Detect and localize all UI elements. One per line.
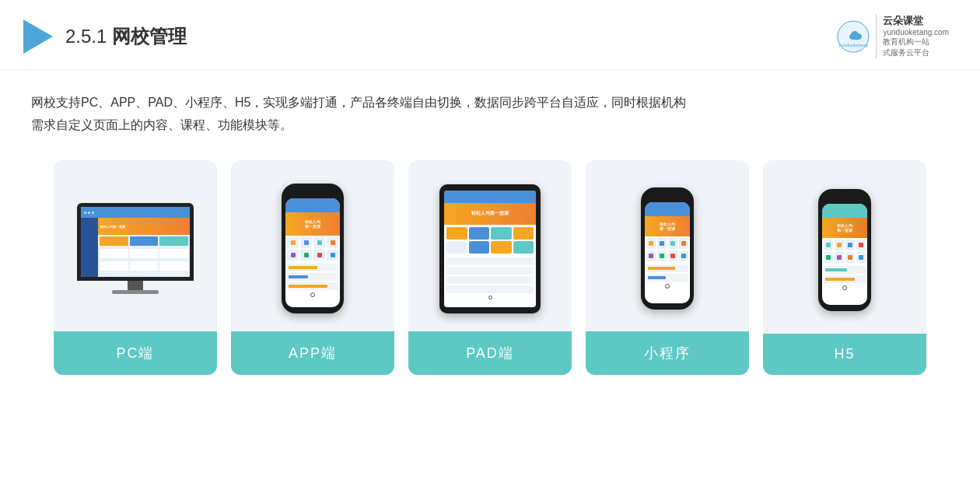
brand-tagline1: 教育机构一站 bbox=[883, 37, 949, 47]
header-right: yunduoketang 云朵课堂 yunduoketang.com 教育机构一… bbox=[837, 14, 949, 58]
card-pc: 轻松人均第一堂课 bbox=[54, 160, 217, 375]
monitor-stand-neck bbox=[128, 281, 143, 290]
card-label-pc: PC端 bbox=[54, 331, 217, 375]
logo-triangle-icon bbox=[23, 19, 53, 54]
monitor-frame: 轻松人均第一堂课 bbox=[77, 203, 194, 281]
app-phone-screen: 轻松人均第一堂课 bbox=[285, 198, 340, 307]
cloud-icon: yunduoketang bbox=[837, 20, 870, 53]
h5-phone-frame: 轻松人均第一堂课 bbox=[818, 189, 871, 311]
h5-phone-screen: 轻松人均第一堂课 bbox=[822, 204, 867, 305]
brand-text-block: 云朵课堂 yunduoketang.com 教育机构一站 式服务云平台 bbox=[876, 14, 949, 58]
page-wrapper: 2.5.1 网校管理 yunduoketang 云朵课堂 yunduoketan… bbox=[0, 0, 980, 490]
phone-notch-h5 bbox=[833, 195, 856, 201]
card-pad: 轻松人均第一堂课 bbox=[408, 160, 572, 375]
brand-tagline2: 式服务云平台 bbox=[883, 47, 949, 58]
app-phone-frame: 轻松人均第一堂课 bbox=[282, 184, 344, 313]
card-h5: 轻松人均第一堂课 bbox=[763, 160, 926, 375]
monitor-screen: 轻松人均第一堂课 bbox=[81, 207, 190, 277]
pc-monitor: 轻松人均第一堂课 bbox=[77, 203, 194, 294]
page-title: 2.5.1 网校管理 bbox=[65, 24, 187, 49]
cards-section: 轻松人均第一堂课 bbox=[0, 145, 980, 398]
header-left: 2.5.1 网校管理 bbox=[23, 19, 187, 54]
brand-name: 云朵课堂 bbox=[883, 14, 949, 28]
h5-image-area: 轻松人均第一堂课 bbox=[763, 160, 926, 334]
card-app: 轻松人均第一堂课 bbox=[231, 160, 394, 375]
card-label-app: APP端 bbox=[231, 331, 394, 375]
tablet-screen: 轻松人均第一堂课 bbox=[444, 191, 536, 307]
phone-notch bbox=[301, 190, 324, 196]
card-miniapp: 轻松人均第一堂课 bbox=[586, 160, 749, 375]
app-image-area: 轻松人均第一堂课 bbox=[231, 160, 394, 331]
miniapp-image-area: 轻松人均第一堂课 bbox=[586, 160, 749, 331]
card-label-miniapp: 小程序 bbox=[586, 331, 749, 375]
brand-logo: yunduoketang 云朵课堂 yunduoketang.com 教育机构一… bbox=[837, 14, 949, 58]
svg-text:yunduoketang: yunduoketang bbox=[839, 43, 869, 47]
phone-notch-mini bbox=[656, 194, 679, 200]
miniapp-phone-screen: 轻松人均第一堂课 bbox=[645, 202, 690, 303]
brand-url: yunduoketang.com bbox=[883, 28, 949, 37]
pc-image-area: 轻松人均第一堂课 bbox=[54, 160, 217, 331]
miniapp-phone-frame: 轻松人均第一堂课 bbox=[641, 187, 694, 310]
card-label-h5: H5 bbox=[763, 334, 926, 375]
card-label-pad: PAD端 bbox=[408, 331, 572, 375]
description-text: 网校支持PC、APP、PAD、小程序、H5，实现多端打通，产品各终端自由切换，数… bbox=[31, 92, 949, 137]
pad-image-area: 轻松人均第一堂课 bbox=[408, 160, 572, 331]
description-section: 网校支持PC、APP、PAD、小程序、H5，实现多端打通，产品各终端自由切换，数… bbox=[0, 70, 980, 145]
tablet-frame: 轻松人均第一堂课 bbox=[439, 184, 541, 313]
monitor-stand-base bbox=[112, 290, 159, 294]
page-header: 2.5.1 网校管理 yunduoketang 云朵课堂 yunduoketan… bbox=[0, 0, 980, 70]
